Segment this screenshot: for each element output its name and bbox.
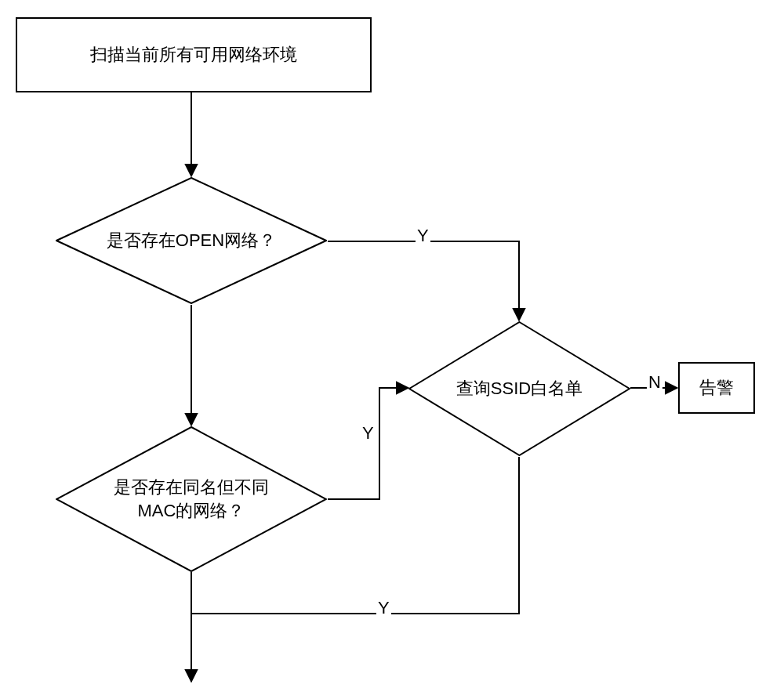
decision-same-name-label: 是否存在同名但不同 MAC的网络？ [90, 476, 292, 522]
edge-label-y-open: Y [416, 226, 430, 246]
decision-ssid-label: 查询SSID白名单 [433, 377, 606, 400]
decision-ssid-whitelist: 查询SSID白名单 [408, 321, 630, 456]
alarm-box: 告警 [678, 362, 755, 414]
alarm-box-label: 告警 [699, 376, 734, 400]
edges-layer [0, 0, 784, 699]
edge-label-n-ssid: N [647, 372, 662, 393]
flowchart-canvas: 扫描当前所有可用网络环境 是否存在OPEN网络？ 是否存在同名但不同 MAC的网… [0, 0, 784, 699]
decision-open-label: 是否存在OPEN网络？ [83, 229, 299, 252]
decision-same-name-diff-mac: 是否存在同名但不同 MAC的网络？ [56, 426, 327, 572]
edge-label-y-ssid: Y [376, 598, 391, 618]
start-box-label: 扫描当前所有可用网络环境 [90, 43, 297, 67]
start-box: 扫描当前所有可用网络环境 [16, 17, 372, 92]
edge-label-y-samename: Y [361, 423, 376, 444]
decision-open-network: 是否存在OPEN网络？ [56, 177, 327, 304]
